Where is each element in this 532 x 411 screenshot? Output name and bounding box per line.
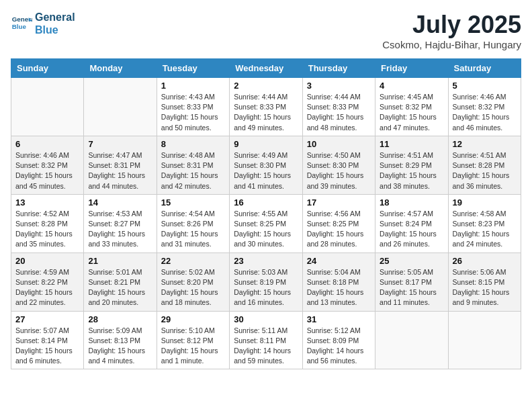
- calendar-cell: 19Sunrise: 4:58 AMSunset: 8:23 PMDayligh…: [448, 194, 521, 253]
- day-info: Sunrise: 5:09 AMSunset: 8:13 PMDaylight:…: [88, 326, 152, 367]
- calendar-cell: 27Sunrise: 5:07 AMSunset: 8:14 PMDayligh…: [11, 311, 84, 369]
- day-number: 4: [380, 81, 443, 91]
- day-number: 6: [15, 139, 79, 149]
- calendar-cell: 5Sunrise: 4:46 AMSunset: 8:32 PMDaylight…: [448, 78, 521, 136]
- day-info: Sunrise: 4:54 AMSunset: 8:26 PMDaylight:…: [161, 209, 225, 250]
- day-info: Sunrise: 4:49 AMSunset: 8:30 PMDaylight:…: [234, 150, 298, 191]
- calendar-cell: 26Sunrise: 5:06 AMSunset: 8:15 PMDayligh…: [448, 253, 521, 311]
- col-header-sunday: Sunday: [11, 59, 84, 78]
- calendar-cell: [84, 78, 157, 136]
- logo-general: General: [35, 11, 75, 24]
- day-number: 11: [380, 139, 443, 149]
- day-number: 15: [161, 197, 225, 208]
- day-number: 30: [234, 314, 298, 324]
- calendar-cell: 20Sunrise: 4:59 AMSunset: 8:22 PMDayligh…: [11, 253, 84, 311]
- day-number: 28: [88, 314, 152, 324]
- day-number: 7: [88, 139, 152, 149]
- calendar-cell: 29Sunrise: 5:10 AMSunset: 8:12 PMDayligh…: [157, 311, 229, 369]
- col-header-friday: Friday: [375, 59, 448, 78]
- calendar-cell: 13Sunrise: 4:52 AMSunset: 8:28 PMDayligh…: [11, 194, 84, 253]
- day-number: 9: [234, 139, 298, 149]
- calendar-cell: 23Sunrise: 5:03 AMSunset: 8:19 PMDayligh…: [230, 253, 302, 311]
- day-info: Sunrise: 5:10 AMSunset: 8:12 PMDaylight:…: [161, 326, 225, 367]
- day-info: Sunrise: 4:58 AMSunset: 8:23 PMDaylight:…: [453, 209, 517, 250]
- calendar-cell: [11, 78, 84, 136]
- day-number: 29: [161, 314, 225, 324]
- day-info: Sunrise: 5:05 AMSunset: 8:17 PMDaylight:…: [380, 267, 443, 308]
- calendar-week-row: 1Sunrise: 4:43 AMSunset: 8:33 PMDaylight…: [11, 78, 521, 136]
- day-info: Sunrise: 4:45 AMSunset: 8:32 PMDaylight:…: [380, 92, 443, 133]
- col-header-wednesday: Wednesday: [230, 59, 302, 78]
- day-info: Sunrise: 4:43 AMSunset: 8:33 PMDaylight:…: [161, 92, 225, 133]
- day-number: 5: [453, 81, 517, 91]
- calendar-cell: 28Sunrise: 5:09 AMSunset: 8:13 PMDayligh…: [84, 311, 157, 369]
- day-number: 19: [453, 197, 517, 208]
- calendar-cell: 21Sunrise: 5:01 AMSunset: 8:21 PMDayligh…: [84, 253, 157, 311]
- calendar-cell: 8Sunrise: 4:48 AMSunset: 8:31 PMDaylight…: [157, 136, 229, 194]
- day-number: 31: [307, 314, 371, 324]
- day-number: 3: [307, 81, 371, 91]
- day-info: Sunrise: 4:55 AMSunset: 8:25 PMDaylight:…: [234, 209, 298, 250]
- calendar-cell: 16Sunrise: 4:55 AMSunset: 8:25 PMDayligh…: [230, 194, 302, 253]
- day-info: Sunrise: 4:51 AMSunset: 8:29 PMDaylight:…: [380, 150, 443, 191]
- day-info: Sunrise: 4:50 AMSunset: 8:30 PMDaylight:…: [307, 150, 371, 191]
- calendar-cell: 25Sunrise: 5:05 AMSunset: 8:17 PMDayligh…: [375, 253, 448, 311]
- calendar-cell: 14Sunrise: 4:53 AMSunset: 8:27 PMDayligh…: [84, 194, 157, 253]
- calendar-cell: 24Sunrise: 5:04 AMSunset: 8:18 PMDayligh…: [302, 253, 375, 311]
- calendar-cell: 12Sunrise: 4:51 AMSunset: 8:28 PMDayligh…: [448, 136, 521, 194]
- day-info: Sunrise: 4:44 AMSunset: 8:33 PMDaylight:…: [234, 92, 298, 133]
- calendar-cell: 11Sunrise: 4:51 AMSunset: 8:29 PMDayligh…: [375, 136, 448, 194]
- day-info: Sunrise: 4:53 AMSunset: 8:27 PMDaylight:…: [88, 209, 152, 250]
- day-info: Sunrise: 5:03 AMSunset: 8:19 PMDaylight:…: [234, 267, 298, 308]
- calendar-cell: 22Sunrise: 5:02 AMSunset: 8:20 PMDayligh…: [157, 253, 229, 311]
- calendar-cell: [375, 311, 448, 369]
- day-number: 21: [88, 256, 152, 266]
- calendar-cell: 31Sunrise: 5:12 AMSunset: 8:09 PMDayligh…: [302, 311, 375, 369]
- month-title: July 2025: [382, 11, 521, 39]
- logo: General Blue General Blue: [11, 11, 75, 36]
- day-number: 13: [15, 197, 79, 208]
- day-info: Sunrise: 4:59 AMSunset: 8:22 PMDaylight:…: [15, 267, 79, 308]
- day-info: Sunrise: 5:11 AMSunset: 8:11 PMDaylight:…: [234, 326, 298, 367]
- day-number: 8: [161, 139, 225, 149]
- calendar-cell: 18Sunrise: 4:57 AMSunset: 8:24 PMDayligh…: [375, 194, 448, 253]
- calendar-week-row: 13Sunrise: 4:52 AMSunset: 8:28 PMDayligh…: [11, 194, 521, 253]
- calendar-cell: 4Sunrise: 4:45 AMSunset: 8:32 PMDaylight…: [375, 78, 448, 136]
- calendar-cell: 15Sunrise: 4:54 AMSunset: 8:26 PMDayligh…: [157, 194, 229, 253]
- day-info: Sunrise: 4:46 AMSunset: 8:32 PMDaylight:…: [15, 150, 79, 191]
- day-number: 2: [234, 81, 298, 91]
- day-number: 10: [307, 139, 371, 149]
- location-text: Csokmo, Hajdu-Bihar, Hungary: [382, 39, 521, 50]
- calendar-cell: 9Sunrise: 4:49 AMSunset: 8:30 PMDaylight…: [230, 136, 302, 194]
- day-number: 12: [453, 139, 517, 149]
- col-header-monday: Monday: [84, 59, 157, 78]
- calendar-cell: 10Sunrise: 4:50 AMSunset: 8:30 PMDayligh…: [302, 136, 375, 194]
- day-info: Sunrise: 5:06 AMSunset: 8:15 PMDaylight:…: [453, 267, 517, 308]
- calendar-week-row: 27Sunrise: 5:07 AMSunset: 8:14 PMDayligh…: [11, 311, 521, 369]
- calendar-cell: 30Sunrise: 5:11 AMSunset: 8:11 PMDayligh…: [230, 311, 302, 369]
- day-number: 26: [453, 256, 517, 266]
- day-info: Sunrise: 4:44 AMSunset: 8:33 PMDaylight:…: [307, 92, 371, 133]
- day-number: 27: [15, 314, 79, 324]
- day-number: 17: [307, 197, 371, 208]
- day-info: Sunrise: 4:51 AMSunset: 8:28 PMDaylight:…: [453, 150, 517, 191]
- day-info: Sunrise: 4:48 AMSunset: 8:31 PMDaylight:…: [161, 150, 225, 191]
- calendar-week-row: 20Sunrise: 4:59 AMSunset: 8:22 PMDayligh…: [11, 253, 521, 311]
- title-block: July 2025 Csokmo, Hajdu-Bihar, Hungary: [382, 11, 521, 50]
- day-number: 25: [380, 256, 443, 266]
- page-header: General Blue General Blue July 2025 Csok…: [11, 11, 521, 50]
- calendar-cell: [448, 311, 521, 369]
- day-info: Sunrise: 5:02 AMSunset: 8:20 PMDaylight:…: [161, 267, 225, 308]
- day-number: 24: [307, 256, 371, 266]
- calendar-cell: 6Sunrise: 4:46 AMSunset: 8:32 PMDaylight…: [11, 136, 84, 194]
- calendar-cell: 17Sunrise: 4:56 AMSunset: 8:25 PMDayligh…: [302, 194, 375, 253]
- calendar-week-row: 6Sunrise: 4:46 AMSunset: 8:32 PMDaylight…: [11, 136, 521, 194]
- day-number: 14: [88, 197, 152, 208]
- day-number: 1: [161, 81, 225, 91]
- day-number: 18: [380, 197, 443, 208]
- col-header-tuesday: Tuesday: [157, 59, 229, 78]
- calendar-table: SundayMondayTuesdayWednesdayThursdayFrid…: [11, 58, 521, 369]
- col-header-saturday: Saturday: [448, 59, 521, 78]
- logo-icon: General Blue: [11, 13, 32, 34]
- day-info: Sunrise: 4:52 AMSunset: 8:28 PMDaylight:…: [15, 209, 79, 250]
